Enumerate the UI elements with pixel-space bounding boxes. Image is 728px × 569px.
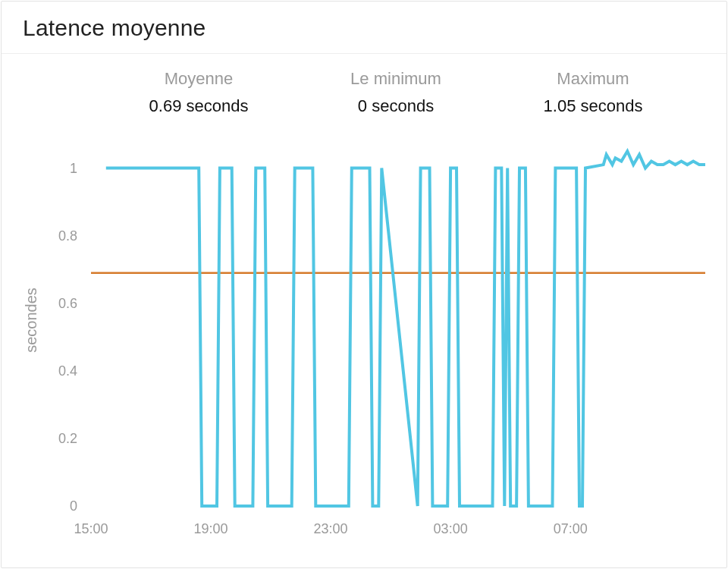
y-tick-label: 0.2: [58, 431, 77, 446]
latency-panel: Latence moyenne Moyenne 0.69 seconds Le …: [1, 1, 727, 568]
stat-average-value: 0.69 seconds: [123, 96, 275, 116]
y-tick-label: 0.6: [58, 296, 77, 311]
latency-series-line: [106, 151, 705, 506]
x-tick-label: 19:00: [194, 521, 228, 536]
y-tick-label: 0.8: [58, 228, 77, 244]
panel-title: Latence moyenne: [23, 15, 705, 41]
y-tick-label: 1: [70, 161, 77, 176]
panel-header: Latence moyenne: [2, 2, 726, 54]
stat-maximum-label: Maximum: [517, 69, 669, 89]
stats-row: Moyenne 0.69 seconds Le minimum 0 second…: [123, 54, 726, 122]
x-tick-label: 07:00: [554, 521, 588, 536]
y-tick-label: 0: [70, 498, 77, 514]
chart-area: 00.20.40.60.81secondes15:0019:0023:0003:…: [15, 127, 713, 552]
stat-average-label: Moyenne: [123, 69, 275, 89]
stat-maximum: Maximum 1.05 seconds: [517, 69, 669, 116]
stat-maximum-value: 1.05 seconds: [517, 96, 669, 116]
stat-minimum: Le minimum 0 seconds: [320, 69, 472, 116]
y-tick-label: 0.4: [58, 363, 77, 379]
x-tick-label: 03:00: [434, 521, 468, 536]
x-tick-label: 15:00: [74, 521, 108, 536]
stat-average: Moyenne 0.69 seconds: [123, 69, 275, 116]
stat-minimum-value: 0 seconds: [320, 96, 472, 116]
y-axis-title: secondes: [23, 288, 39, 353]
x-tick-label: 23:00: [314, 521, 348, 536]
stat-minimum-label: Le minimum: [320, 69, 472, 89]
latency-chart: 00.20.40.60.81secondes15:0019:0023:0003:…: [15, 127, 713, 552]
